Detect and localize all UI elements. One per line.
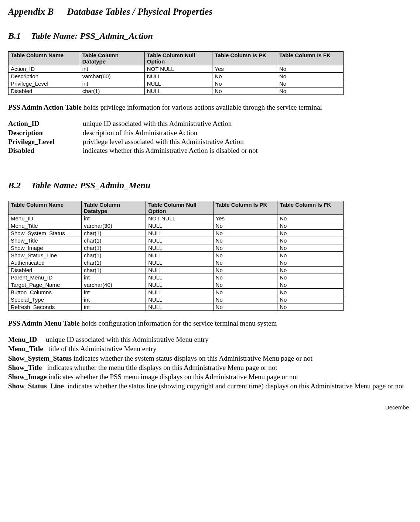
cell-dtype: char(1): [82, 251, 146, 259]
cell-fk: No: [277, 80, 343, 87]
table-b1: Table Column Name Table Column Datatype …: [8, 51, 344, 95]
field-label: Privilege_Level: [8, 137, 83, 146]
table-b1-desc-rest: holds privilege information for various …: [82, 103, 322, 111]
table-row: Disabledchar(1)NULLNoNo: [8, 87, 344, 95]
appendix-title: Appendix BDatabase Tables / Physical Pro…: [8, 7, 409, 17]
cell-dtype: int: [82, 303, 146, 310]
field-paragraph: Menu_ID unique ID associated with this A…: [8, 335, 409, 344]
cell-name: Menu_ID: [8, 214, 82, 222]
table-row: Privilege_LevelintNULLNoNo: [8, 80, 344, 87]
cell-fk: No: [277, 274, 344, 281]
cell-null: NOT NULL: [146, 214, 213, 222]
col-header-fk: Table Column Is FK: [277, 201, 344, 214]
cell-pk: Yes: [212, 65, 277, 73]
table-b2-desc-rest: holds configuration information for the …: [80, 319, 277, 327]
cell-null: NULL: [146, 266, 213, 274]
section-b2-name: Table Name: PSS_Admin_Menu: [31, 181, 150, 190]
cell-pk: No: [212, 73, 277, 80]
cell-pk: No: [213, 281, 277, 288]
cell-name: Refresh_Seconds: [8, 303, 82, 310]
col-header-pk: Table Column Is PK: [212, 52, 277, 65]
cell-pk: No: [212, 87, 277, 95]
cell-name: Target_Page_Name: [8, 281, 82, 288]
cell-fk: No: [277, 251, 344, 259]
cell-pk: No: [213, 288, 277, 296]
table-row: Menu_IDintNOT NULLYesNo: [8, 214, 344, 222]
cell-name: Privilege_Level: [8, 80, 80, 87]
field-paragraph: Show_Status_Line indicates whether the s…: [8, 382, 409, 391]
cell-name: Action_ID: [8, 65, 80, 73]
table-row: Parent_Menu_IDintNULLNoNo: [8, 274, 344, 281]
cell-dtype: int: [80, 65, 144, 73]
cell-null: NULL: [146, 251, 213, 259]
cell-null: NULL: [146, 229, 213, 237]
table-row: Disabledchar(1)NULLNoNo: [8, 266, 344, 274]
appendix-title-b: Database Tables / Physical Properties: [67, 7, 213, 17]
section-b2-num: B.2: [8, 181, 31, 190]
section-b1-title: B.1Table Name: PSS_Admin_Action: [8, 31, 409, 41]
cell-dtype: char(1): [82, 266, 146, 274]
cell-fk: No: [277, 87, 343, 95]
cell-null: NULL: [146, 259, 213, 266]
cell-dtype: int: [82, 274, 146, 281]
cell-pk: No: [213, 259, 277, 266]
field-label: Action_ID: [8, 119, 83, 128]
cell-name: Button_Columns: [8, 288, 82, 296]
cell-name: Disabled: [8, 266, 82, 274]
cell-null: NULL: [146, 288, 213, 296]
field-label: Disabled: [8, 146, 83, 155]
col-header-pk: Table Column Is PK: [213, 201, 277, 214]
cell-name: Description: [8, 73, 80, 80]
table-row: Descriptionvarchar(60)NULLNoNo: [8, 73, 344, 80]
table-row: Show_Titlechar(1)NULLNoNo: [8, 237, 344, 244]
table-row: Show_Imagechar(1)NULLNoNo: [8, 244, 344, 251]
col-header-name: Table Column Name: [8, 201, 82, 214]
field-paragraph: Show_Image indicates whether the PSS men…: [8, 372, 409, 381]
table-b1-desc-lead: PSS Admin Action Table: [8, 103, 82, 111]
col-header-name: Table Column Name: [8, 52, 80, 65]
field-text: privilege level associated with this Adm…: [83, 137, 409, 146]
cell-null: NULL: [146, 296, 213, 303]
cell-fk: No: [277, 65, 343, 73]
field-label: Show_Status_Line: [8, 382, 64, 390]
cell-pk: No: [213, 266, 277, 274]
table-row: Refresh_SecondsintNULLNoNo: [8, 303, 344, 310]
cell-name: Menu_Title: [8, 222, 82, 229]
table-row: Special_TypeintNULLNoNo: [8, 296, 344, 303]
cell-null: NOT NULL: [144, 65, 212, 73]
cell-name: Authenticated: [8, 259, 82, 266]
field-row: Disabledindicates whether this Administr…: [8, 146, 409, 155]
cell-dtype: varchar(40): [82, 281, 146, 288]
cell-pk: No: [213, 296, 277, 303]
cell-fk: No: [277, 73, 343, 80]
cell-dtype: int: [82, 288, 146, 296]
cell-null: NULL: [144, 87, 212, 95]
cell-pk: No: [213, 244, 277, 251]
table-row: Show_Status_Linechar(1)NULLNoNo: [8, 251, 344, 259]
table-header-row: Table Column Name Table Column Datatype …: [8, 52, 344, 65]
field-label: Show_Image: [8, 373, 47, 381]
cell-name: Show_Status_Line: [8, 251, 82, 259]
cell-fk: No: [277, 288, 344, 296]
cell-pk: No: [213, 237, 277, 244]
field-label: Menu_Title: [8, 345, 43, 353]
cell-null: NULL: [144, 80, 212, 87]
table-b1-description: PSS Admin Action Table holds privilege i…: [8, 103, 409, 112]
cell-pk: No: [213, 303, 277, 310]
table-b2-desc-lead: PSS Admin Menu Table: [8, 319, 80, 327]
cell-dtype: int: [82, 296, 146, 303]
field-text: indicates whether this Administrative Ac…: [83, 146, 409, 155]
table-row: Menu_Titlevarchar(30)NULLNoNo: [8, 222, 344, 229]
cell-dtype: varchar(30): [82, 222, 146, 229]
cell-fk: No: [277, 222, 344, 229]
cell-null: NULL: [146, 222, 213, 229]
table-b2: Table Column Name Table Column Datatype …: [8, 201, 344, 311]
cell-name: Disabled: [8, 87, 80, 95]
cell-fk: No: [277, 281, 344, 288]
cell-fk: No: [277, 237, 344, 244]
cell-dtype: int: [82, 214, 146, 222]
cell-name: Show_Image: [8, 244, 82, 251]
cell-pk: No: [213, 251, 277, 259]
field-paragraph: Menu_Title title of this Administrative …: [8, 344, 409, 353]
field-text: description of this Administrative Actio…: [83, 128, 409, 137]
